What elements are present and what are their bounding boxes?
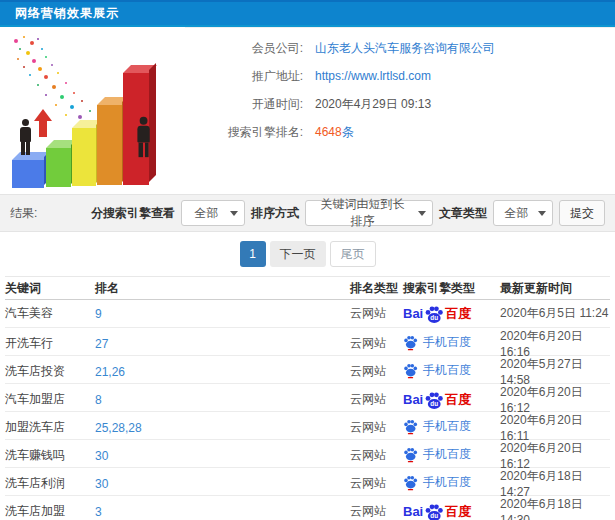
mobile-baidu-logo: 手机百度 xyxy=(403,446,471,463)
sort-select[interactable]: 关键词由短到长排序 xyxy=(305,200,433,226)
company-link[interactable]: 山东老人头汽车服务咨询有限公司 xyxy=(315,40,495,57)
keyword-cell: 洗车赚钱吗 xyxy=(5,447,95,464)
table-row: 加盟洗车店 25,28,28 云网站 手机百度 2020年6月20日 16:11 xyxy=(5,412,610,440)
article-type-label: 文章类型 xyxy=(439,205,487,222)
rank-link[interactable]: 30 xyxy=(95,449,350,463)
info-row-url: 推广地址: https://www.lrtlsd.com xyxy=(185,62,605,90)
rank-link[interactable]: 9 xyxy=(95,307,350,321)
article-type-select[interactable]: 全部 xyxy=(493,200,553,226)
header-update-time: 最新更新时间 xyxy=(500,280,610,297)
result-label: 结果: xyxy=(10,205,37,222)
mobile-baidu-logo: 手机百度 xyxy=(403,362,471,379)
baidu-paw-icon: du xyxy=(424,502,444,520)
header-keyword: 关键词 xyxy=(5,280,95,297)
rank-link[interactable]: 25,28,28 xyxy=(95,421,350,435)
info-section: 会员公司: 山东老人头汽车服务咨询有限公司 推广地址: https://www.… xyxy=(0,27,615,194)
baidu-logo: Baidu百度 xyxy=(403,502,471,520)
page-1-button[interactable]: 1 xyxy=(240,241,266,267)
businessman-right xyxy=(135,117,151,157)
mobile-baidu-paw-icon xyxy=(403,418,418,435)
results-table: 关键词 排名 排名类型 搜索引擎类型 最新更新时间 汽车美容 9 云网站 Bai… xyxy=(0,276,615,520)
rank-link[interactable]: 27 xyxy=(95,337,350,351)
open-time-label: 开通时间: xyxy=(185,96,303,113)
rank-type-cell: 云网站 xyxy=(350,335,403,352)
title-bar: 网络营销效果展示 xyxy=(0,0,615,27)
bar-yellow xyxy=(72,128,96,186)
table-row: 洗车店利润 30 云网站 手机百度 2020年6月18日 14:27 xyxy=(5,468,610,496)
mobile-baidu-paw-icon xyxy=(403,446,418,463)
svg-text:du: du xyxy=(431,512,439,519)
engine-cell: 手机百度 xyxy=(403,446,500,466)
update-time-cell: 2020年6月18日 14:30 xyxy=(500,496,610,520)
rank-link[interactable]: 21,26 xyxy=(95,365,350,379)
confetti-dots xyxy=(14,39,18,43)
bar-green xyxy=(46,148,71,187)
bar-blue xyxy=(12,160,44,188)
last-page-button[interactable]: 尾页 xyxy=(330,241,376,267)
baidu-logo: Baidu百度 xyxy=(403,390,471,410)
filter-bar: 结果: 分搜索引擎查看 全部 排序方式 关键词由短到长排序 文章类型 全部 提交 xyxy=(0,194,615,232)
engine-view-label: 分搜索引擎查看 xyxy=(91,205,175,222)
sort-label: 排序方式 xyxy=(251,205,299,222)
rank-type-cell: 云网站 xyxy=(350,363,403,380)
pagination: 1 下一页 尾页 xyxy=(0,232,615,276)
filter-controls: 分搜索引擎查看 全部 排序方式 关键词由短到长排序 文章类型 全部 提交 xyxy=(91,200,605,226)
header-rank-type: 排名类型 xyxy=(350,280,403,297)
rank-count-unit: 条 xyxy=(342,125,354,139)
mobile-baidu-logo: 手机百度 xyxy=(403,334,471,351)
table-row: 汽车美容 9 云网站 Baidu百度 2020年6月5日 11:24 xyxy=(5,300,610,328)
keyword-cell: 洗车店加盟 xyxy=(5,503,95,520)
engine-cell: Baidu百度 xyxy=(403,390,500,410)
rank-link[interactable]: 8 xyxy=(95,393,350,407)
businessman-left xyxy=(18,119,32,155)
page-title: 网络营销效果展示 xyxy=(15,5,119,22)
promo-url-link[interactable]: https://www.lrtlsd.com xyxy=(315,69,431,83)
rank-count-number: 4648 xyxy=(315,125,342,139)
rank-type-cell: 云网站 xyxy=(350,447,403,464)
rank-link[interactable]: 30 xyxy=(95,477,350,491)
keyword-cell: 汽车美容 xyxy=(5,305,95,322)
submit-button[interactable]: 提交 xyxy=(559,200,605,226)
table-row: 开洗车行 27 云网站 手机百度 2020年6月20日 16:16 xyxy=(5,328,610,356)
keyword-cell: 开洗车行 xyxy=(5,335,95,352)
mobile-baidu-logo: 手机百度 xyxy=(403,474,471,491)
rank-type-cell: 云网站 xyxy=(350,475,403,492)
engine-view-select[interactable]: 全部 xyxy=(181,200,245,226)
keyword-cell: 汽车加盟店 xyxy=(5,391,95,408)
rank-type-cell: 云网站 xyxy=(350,419,403,436)
svg-text:du: du xyxy=(431,400,439,407)
mobile-baidu-paw-icon xyxy=(403,334,418,351)
update-time-cell: 2020年6月20日 16:12 xyxy=(500,384,610,415)
company-label: 会员公司: xyxy=(185,40,303,57)
engine-cell: Baidu百度 xyxy=(403,304,500,324)
next-page-button[interactable]: 下一页 xyxy=(270,241,326,267)
baidu-logo: Baidu百度 xyxy=(403,304,471,324)
mobile-baidu-logo: 手机百度 xyxy=(403,418,471,435)
table-header-row: 关键词 排名 排名类型 搜索引擎类型 最新更新时间 xyxy=(5,276,610,300)
header-engine-type: 搜索引擎类型 xyxy=(403,280,500,297)
update-time-cell: 2020年6月20日 16:11 xyxy=(500,412,610,443)
update-time-cell: 2020年6月18日 14:27 xyxy=(500,468,610,499)
header-rank: 排名 xyxy=(95,280,350,297)
engine-cell: 手机百度 xyxy=(403,474,500,494)
rank-type-cell: 云网站 xyxy=(350,503,403,520)
info-row-company: 会员公司: 山东老人头汽车服务咨询有限公司 xyxy=(185,34,605,62)
bar-orange xyxy=(97,105,122,185)
update-time-cell: 2020年6月20日 16:16 xyxy=(500,328,610,359)
svg-text:du: du xyxy=(431,314,439,321)
info-row-open-time: 开通时间: 2020年4月29日 09:13 xyxy=(185,90,605,118)
update-time-cell: 2020年6月20日 16:12 xyxy=(500,440,610,471)
table-row: 汽车加盟店 8 云网站 Baidu百度 2020年6月20日 16:12 xyxy=(5,384,610,412)
engine-cell: 手机百度 xyxy=(403,362,500,382)
keyword-cell: 洗车店投资 xyxy=(5,363,95,380)
baidu-paw-icon: du xyxy=(424,304,444,324)
mobile-baidu-paw-icon xyxy=(403,362,418,379)
rank-type-cell: 云网站 xyxy=(350,305,403,322)
caret-down-icon xyxy=(538,211,546,216)
account-info-list: 会员公司: 山东老人头汽车服务咨询有限公司 推广地址: https://www.… xyxy=(185,27,615,194)
sort-selected: 关键词由短到长排序 xyxy=(312,196,413,230)
update-time-cell: 2020年5月27日 14:58 xyxy=(500,356,610,387)
table-row: 洗车店投资 21,26 云网站 手机百度 2020年5月27日 14:58 xyxy=(5,356,610,384)
rank-count-value: 4648条 xyxy=(315,124,354,141)
rank-link[interactable]: 3 xyxy=(95,505,350,519)
